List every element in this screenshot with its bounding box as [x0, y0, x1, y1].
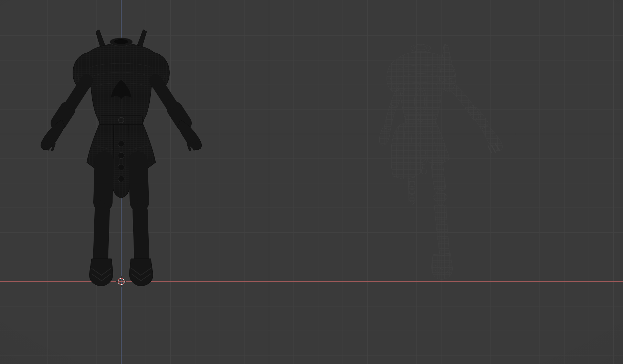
cursor-3d	[116, 276, 126, 287]
left-arm[interactable]	[59, 81, 87, 123]
belt[interactable]	[100, 116, 142, 125]
center-tabard[interactable]	[113, 125, 129, 198]
left-boot[interactable]	[89, 259, 113, 286]
right-boot[interactable]	[129, 259, 153, 286]
torso-and-pauldrons[interactable]	[387, 52, 456, 124]
scene-layer	[0, 0, 623, 364]
left-leg[interactable]	[97, 161, 108, 260]
hanging-strap[interactable]	[408, 178, 415, 205]
viewport-3d[interactable]	[0, 0, 623, 364]
belt[interactable]	[405, 116, 436, 123]
right-arm[interactable]	[156, 81, 184, 123]
right-boot[interactable]	[432, 253, 452, 279]
right-leg[interactable]	[134, 161, 146, 260]
collar[interactable]	[411, 44, 431, 52]
armor-model-wireframe[interactable]	[379, 44, 503, 279]
armor-model-solid[interactable]	[41, 30, 201, 286]
right-arm[interactable]	[442, 79, 489, 129]
right-gauntlet[interactable]	[482, 124, 503, 153]
right-leg[interactable]	[431, 160, 450, 256]
collar[interactable]	[110, 38, 133, 46]
